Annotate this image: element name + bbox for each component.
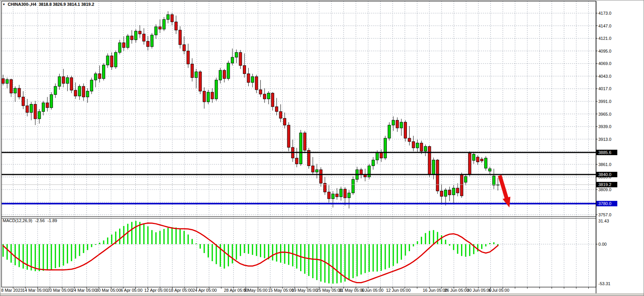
bull-candle [90,80,93,91]
bull-candle [114,52,117,67]
bull-candle [372,160,374,166]
bear-candle [440,191,443,197]
bull-candle [58,77,61,86]
bull-candle [106,56,109,65]
bear-candle [110,56,113,67]
bull-candle [6,80,9,84]
bull-candle [150,35,153,46]
bear-candle [130,36,133,40]
bull-candle [195,72,198,78]
bull-candle [54,86,57,94]
bear-candle [468,153,471,175]
bull-candle [384,138,387,158]
price-badge-label: 3885.6 [598,150,612,155]
bull-candle [432,160,435,175]
bear-candle [2,79,5,84]
bull-candle [352,180,354,193]
bull-candle [167,15,169,20]
price-tick-label: 3939.0 [598,124,612,129]
bear-candle [428,146,431,175]
bear-candle [147,41,149,47]
bull-candle [485,158,487,168]
bull-candle [251,77,254,82]
time-tick-label: 19 May 05:00 [292,288,318,293]
bear-candle [304,133,306,150]
bear-candle [279,111,282,118]
macd-signal-value: -1.89 [48,218,57,223]
bull-candle [235,52,238,57]
bear-candle [98,74,101,79]
bear-candle [239,52,242,65]
bear-candle [70,78,73,91]
bear-candle [311,166,314,172]
time-tick-label: 24 Mar 05:00 [72,288,97,293]
bull-candle [30,104,32,112]
chart-window: 4173.04147.04121.04095.04069.04043.04017… [0,0,644,296]
window-bottom-edge [0,293,644,296]
bull-candle [50,94,53,108]
bull-candle [368,166,371,177]
bull-candle [348,193,350,198]
bull-candle [465,176,467,182]
bear-candle [477,157,479,162]
bull-candle [231,57,234,63]
bear-candle [408,138,411,142]
bear-candle [336,194,338,197]
chart-canvas[interactable]: 4173.04147.04121.04095.04069.04043.04017… [0,0,644,296]
time-axis-labels[interactable]: 8 Mar 202314 Mar 05:0020 Mar 05:0024 Mar… [1,287,589,293]
bull-candle [472,154,475,160]
time-tick-label: 30 Jun 05:00 [467,288,492,293]
bear-candle [480,159,483,161]
time-tick-label: 16 Jun 05:00 [423,288,448,293]
time-tick-label: 31 May 05:00 [339,288,365,293]
bull-candle [492,176,495,185]
bear-candle [199,72,202,91]
price-tick-label: 3757.0 [598,212,612,217]
bull-candle [452,188,455,195]
macd-tick-label: 31.43 [598,219,609,223]
price-tick-label: 4043.0 [598,74,612,79]
bear-candle [62,77,65,84]
bull-candle [400,122,403,128]
chart-menu-triangle-icon[interactable]: ▼ [2,3,5,6]
bear-candle [436,160,439,191]
bear-candle [412,142,415,148]
price-tick-label: 4095.0 [598,49,612,53]
bull-candle [86,91,89,97]
bull-candle [135,31,137,40]
bull-candle [219,70,222,80]
price-tick-label: 3861.0 [598,162,612,167]
price-tick-label: 4017.0 [598,86,612,91]
bear-candle [211,92,214,99]
bull-candle [14,88,17,93]
price-tick-label: 4069.0 [598,61,612,66]
time-tick-label: 26 Jun 05:00 [444,288,469,293]
bull-candle [66,78,69,84]
macd-tick-label: 0.00 [598,242,606,246]
bear-candle [319,170,322,183]
bull-candle [388,125,391,138]
bear-candle [380,152,383,158]
time-tick-label: 6 Jun 05:00 [361,288,384,293]
bear-candle [143,34,145,41]
time-tick-label: 15 May 05:00 [268,288,294,293]
price-tick-label: 4147.0 [598,24,612,28]
bear-candle [10,80,12,93]
price-tick-label: 3991.0 [598,99,612,104]
time-tick-label: 8 Mar 2023 [1,288,23,293]
bear-candle [22,97,25,106]
bull-candle [207,92,210,102]
time-tick-label: 30 Mar 05:00 [96,288,121,293]
price-badge-label: 3819.2 [598,182,612,187]
bear-candle [46,103,49,108]
bear-candle [179,30,181,45]
bear-candle [344,189,347,198]
time-tick-label: 12 Apr 05:00 [144,288,168,293]
bull-candle [340,189,342,197]
bear-candle [26,106,29,113]
macd-value: -2.56 [35,218,44,223]
time-tick-label: 6 Jul 05:00 [489,288,509,293]
bull-candle [316,170,318,172]
bear-candle [123,43,125,48]
bear-candle [420,143,423,151]
